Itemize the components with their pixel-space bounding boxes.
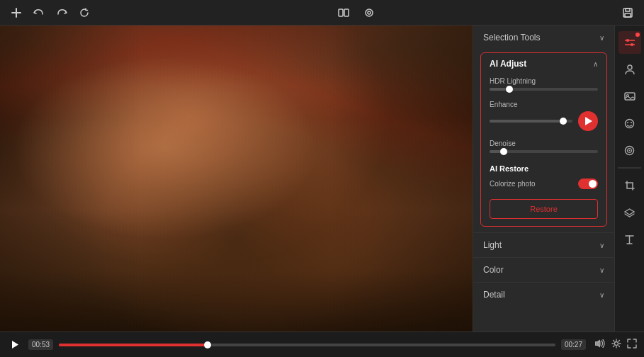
toolbar-right	[620, 5, 635, 21]
denoise-thumb[interactable]	[500, 148, 507, 155]
svg-rect-7	[626, 8, 630, 11]
active-marker	[635, 33, 640, 37]
hdr-lightning-label: HDR Lightning	[490, 77, 598, 85]
svg-point-21	[629, 149, 631, 151]
ai-restore-title: AI Restore	[481, 160, 606, 176]
light-section-header[interactable]: Light ∨	[473, 232, 614, 257]
ai-adjust-section: AI Adjust ∧ HDR Lightning Enhance	[480, 52, 607, 227]
svg-point-28	[615, 342, 618, 346]
panel-icon-crop[interactable]	[618, 174, 641, 197]
fullscreen-icon[interactable]	[627, 339, 637, 351]
duration-label: 00:27	[561, 339, 586, 350]
hdr-lightning-track[interactable]	[490, 88, 598, 91]
colorize-photo-row: Colorize photo	[481, 176, 606, 196]
selection-tools-label: Selection Tools	[483, 33, 541, 42]
toolbar-center	[336, 5, 377, 21]
progress-bar-thumb[interactable]	[204, 341, 211, 348]
redo-button[interactable]	[54, 5, 69, 21]
toolbar-left	[9, 5, 92, 21]
denoise-row: Denoise	[481, 137, 606, 160]
enhance-fill	[490, 120, 560, 123]
icon-panel	[614, 26, 644, 332]
detail-chevron: ∨	[599, 291, 604, 299]
svg-rect-14	[625, 93, 635, 100]
svg-point-5	[368, 11, 371, 14]
compare-button[interactable]	[336, 5, 351, 21]
top-toolbar	[0, 0, 644, 26]
panel-divider	[618, 167, 641, 169]
panel-icon-layers[interactable]	[618, 201, 641, 224]
canvas-area	[0, 26, 473, 332]
ai-adjust-header[interactable]: AI Adjust ∧	[481, 53, 606, 74]
main-area: Selection Tools ∨ AI Adjust ∧ HDR Lightn…	[0, 26, 644, 332]
current-time-label: 00:53	[28, 339, 53, 350]
view-button[interactable]	[361, 5, 377, 21]
detail-section-header[interactable]: Detail ∨	[473, 282, 614, 307]
svg-rect-8	[625, 13, 631, 17]
save-button[interactable]	[620, 5, 635, 21]
sidebar-content: Selection Tools ∨ AI Adjust ∧ HDR Lightn…	[473, 26, 614, 332]
ai-adjust-chevron: ∧	[593, 60, 598, 68]
progress-bar-fill	[59, 344, 208, 346]
selection-tools-header[interactable]: Selection Tools ∨	[473, 26, 614, 50]
svg-point-12	[631, 43, 633, 46]
color-label: Color	[483, 265, 504, 275]
photo-person-overlay	[0, 26, 473, 332]
panel-icon-person[interactable]	[618, 58, 641, 81]
selection-tools-chevron: ∨	[599, 34, 604, 42]
colorize-photo-label: Colorize photo	[490, 180, 535, 188]
colorize-toggle-knob	[589, 180, 597, 188]
colorize-toggle[interactable]	[578, 178, 598, 189]
light-chevron: ∨	[599, 242, 604, 249]
detail-label: Detail	[483, 290, 505, 300]
panel-icon-text[interactable]	[618, 228, 641, 251]
video-right-controls	[594, 339, 637, 351]
volume-icon[interactable]	[594, 339, 606, 350]
enhance-row: Enhance	[481, 98, 606, 137]
photo-background	[0, 26, 473, 332]
enhance-track[interactable]	[490, 120, 572, 123]
svg-point-17	[627, 122, 628, 123]
restore-button[interactable]: Restore	[490, 199, 598, 219]
enhance-play-button[interactable]	[578, 111, 598, 131]
color-section-header[interactable]: Color ∨	[473, 257, 614, 282]
svg-rect-3	[344, 9, 349, 16]
svg-point-4	[366, 9, 373, 16]
svg-rect-2	[339, 9, 343, 16]
hdr-lightning-fill	[490, 88, 506, 91]
hdr-lightning-row: HDR Lightning	[481, 74, 606, 98]
enhance-thumb[interactable]	[560, 118, 567, 125]
progress-bar[interactable]	[59, 344, 555, 346]
settings-icon[interactable]	[611, 339, 621, 351]
add-button[interactable]	[9, 5, 24, 21]
denoise-track[interactable]	[490, 150, 598, 153]
light-label: Light	[483, 240, 502, 250]
undo-button[interactable]	[31, 5, 47, 21]
svg-point-10	[626, 39, 629, 42]
play-pause-button[interactable]	[7, 337, 23, 353]
hdr-lightning-thumb[interactable]	[506, 86, 513, 93]
panel-icon-sliders[interactable]	[618, 31, 641, 54]
denoise-label: Denoise	[490, 140, 598, 147]
color-chevron: ∨	[599, 266, 604, 274]
panel-icon-mask[interactable]	[618, 139, 641, 162]
panel-icon-photo[interactable]	[618, 85, 641, 108]
denoise-fill	[490, 150, 500, 153]
svg-point-13	[628, 65, 632, 69]
video-bar: 00:53 00:27	[0, 332, 644, 357]
panel-icon-emoji[interactable]	[618, 112, 641, 135]
ai-adjust-title: AI Adjust	[490, 59, 526, 69]
enhance-label: Enhance	[490, 101, 598, 108]
refresh-button[interactable]	[77, 5, 92, 21]
right-sidebar: Selection Tools ∨ AI Adjust ∧ HDR Lightn…	[473, 26, 614, 332]
svg-point-18	[631, 122, 632, 123]
